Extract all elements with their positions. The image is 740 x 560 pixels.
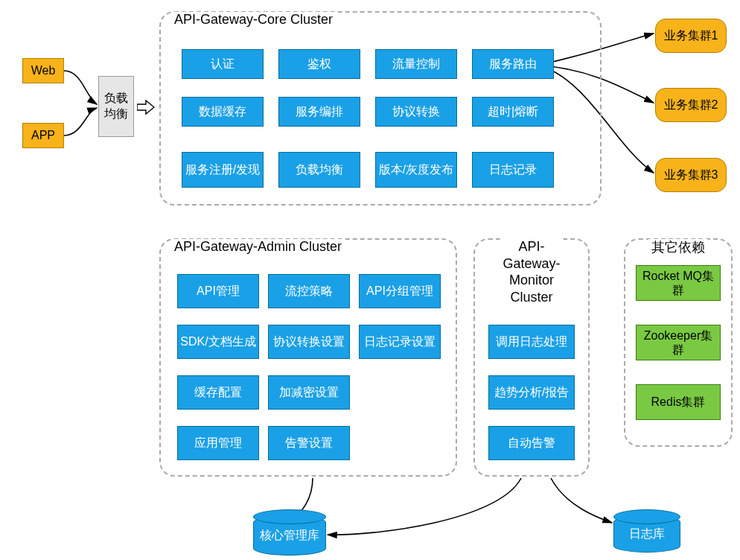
admin-box-alert-settings: 告警设置 [268, 426, 350, 460]
core-box-auth: 认证 [182, 49, 264, 79]
core-box-lb: 负载均衡 [278, 152, 360, 188]
monitor-box-loghandle: 调用日志处理 [488, 325, 575, 359]
core-box-log: 日志记录 [472, 152, 554, 188]
dep-redis: Redis集群 [636, 384, 721, 420]
admin-box-crypto: 加减密设置 [268, 375, 350, 410]
load-balancer: 负载 均衡 [98, 76, 134, 137]
admin-box-app-mgmt: 应用管理 [177, 426, 259, 460]
biz-cluster-2: 业务集群2 [655, 88, 727, 122]
dep-zookeeper: Zookeeper集群 [636, 325, 721, 360]
core-box-registry: 服务注册/发现 [182, 152, 264, 188]
client-app-label: APP [31, 129, 55, 142]
admin-box-sdk: SDK/文档生成 [177, 325, 259, 359]
admin-box-api: API管理 [177, 274, 259, 308]
other-deps-title: 其它依赖 [648, 239, 708, 256]
biz-cluster-3: 业务集群3 [655, 158, 727, 192]
admin-box-group: API分组管理 [359, 274, 441, 308]
core-box-flow: 流量控制 [375, 49, 457, 79]
hollow-arrow-icon [137, 99, 155, 115]
db-core: 核心管理库 [253, 515, 326, 556]
admin-box-log-settings: 日志记录设置 [359, 325, 441, 359]
client-app: APP [22, 123, 64, 148]
monitor-box-auto-alert: 自动告警 [488, 426, 575, 460]
db-log: 日志库 [613, 515, 680, 553]
monitor-cluster-title: API- Gateway- Monitor Cluster [500, 238, 563, 305]
core-box-orchestration: 服务编排 [278, 97, 360, 127]
load-balancer-label: 负载 均衡 [104, 91, 128, 122]
core-cluster-title: API-Gateway-Core Cluster [171, 12, 336, 28]
core-box-timeout: 超时|熔断 [472, 97, 554, 127]
admin-box-proto-settings: 协议转换设置 [268, 325, 350, 359]
core-box-authz: 鉴权 [278, 49, 360, 79]
core-box-protocol: 协议转换 [375, 97, 457, 127]
monitor-box-trend: 趋势分析/报告 [488, 375, 575, 410]
dep-rocketmq: Rocket MQ集群 [636, 265, 721, 301]
core-box-routing: 服务路由 [472, 49, 554, 79]
client-web-label: Web [31, 64, 56, 77]
admin-box-cache-config: 缓存配置 [177, 375, 259, 410]
biz-cluster-1: 业务集群1 [655, 19, 727, 53]
core-box-cache: 数据缓存 [182, 97, 264, 127]
admin-cluster-title: API-Gateway-Admin Cluster [171, 239, 345, 255]
core-box-version: 版本/灰度发布 [375, 152, 457, 188]
client-web: Web [22, 58, 64, 83]
admin-box-flow-policy: 流控策略 [268, 274, 350, 308]
